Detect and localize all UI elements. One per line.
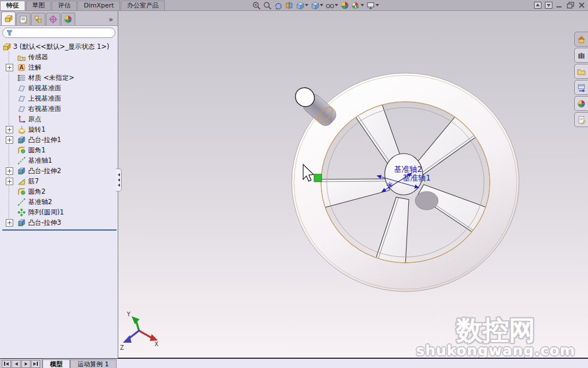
manager-tabstrip: »: [0, 11, 118, 26]
tree-item-origin[interactable]: 原点: [9, 114, 118, 124]
tree-filter[interactable]: [2, 28, 115, 38]
tab-features[interactable]: 特征: [0, 1, 25, 10]
edit-appearance-icon[interactable]: [340, 1, 350, 10]
tree-item-extrude2[interactable]: 凸台-拉伸2: [9, 166, 118, 176]
tree-item-material[interactable]: 材质 <未指定>: [9, 72, 118, 83]
apply-scene-icon[interactable]: [351, 1, 365, 10]
tree-item-right-plane[interactable]: 右视基准面: [9, 103, 118, 114]
dropdown-caret[interactable]: [305, 4, 308, 6]
dropdown-caret[interactable]: [376, 4, 379, 6]
design-library-icon: [577, 51, 586, 60]
expand-toggle[interactable]: [6, 64, 13, 71]
design-library-tab[interactable]: [574, 48, 588, 63]
filter-funnel-icon: [6, 30, 13, 36]
axis2-label[interactable]: 基准轴2: [394, 164, 422, 174]
view-orientation-icon[interactable]: [295, 1, 309, 10]
pattern-icon: [17, 208, 26, 217]
axis1-label[interactable]: 基准轴1: [403, 173, 431, 182]
graphics-viewport[interactable]: 基准轴2 基准轴1 Y X Z: [118, 11, 588, 358]
next-study-button[interactable]: [21, 360, 30, 368]
tree-item-circular-pattern1[interactable]: 阵列(圆周)1: [9, 207, 118, 217]
tree-item-fillet2[interactable]: 圆角2: [9, 186, 118, 197]
home-tab[interactable]: [574, 32, 588, 47]
material-icon: [17, 74, 26, 82]
tab-dimxpert[interactable]: DimXpert: [78, 1, 120, 10]
zoom-to-area-icon[interactable]: [262, 1, 272, 10]
last-study-button[interactable]: [31, 360, 40, 368]
tab-sketch[interactable]: 草图: [26, 1, 51, 10]
file-explorer-tab[interactable]: [574, 64, 588, 79]
shade-up-button[interactable]: [533, 2, 542, 9]
expand-toggle[interactable]: [6, 167, 13, 175]
minimize-button[interactable]: [555, 2, 564, 9]
feature-tree: 3 (默认<<默认>_显示状态 1>) 传感器 注解 材质 <未指定> 前视基准…: [0, 40, 118, 358]
part-icon: [2, 43, 11, 51]
tab-office-products[interactable]: 办公室产品: [121, 1, 165, 10]
tree-item-axis1[interactable]: 基准轴1: [9, 155, 118, 166]
tree-root[interactable]: 3 (默认<<默认>_显示状态 1>): [2, 41, 118, 52]
model-canvas: 基准轴2 基准轴1 Y X Z: [118, 11, 588, 358]
property-manager-tab[interactable]: [16, 13, 30, 25]
configuration-manager-tab[interactable]: [31, 13, 45, 25]
expand-toggle[interactable]: [6, 126, 13, 133]
zoom-in-icon[interactable]: [252, 1, 261, 10]
tree-item-top-plane[interactable]: 上视基准面: [9, 93, 118, 103]
expand-toggle[interactable]: [6, 219, 13, 227]
handwheel-model[interactable]: [291, 73, 519, 292]
tree-item-extrude3[interactable]: 凸台-拉伸3: [9, 217, 118, 228]
section-view-icon[interactable]: [284, 1, 294, 10]
triad-y-label: Y: [126, 311, 131, 317]
tree-item-axis2[interactable]: 基准轴2: [9, 197, 118, 207]
display-style-icon[interactable]: [310, 1, 324, 10]
custom-properties-tab[interactable]: [574, 112, 588, 127]
motion-study-tab[interactable]: 运动算例 1: [70, 359, 117, 368]
feature-manager-tab[interactable]: [1, 12, 16, 25]
hide-show-items-icon[interactable]: [325, 1, 339, 10]
triad-x-label: X: [154, 341, 158, 347]
tabstrip-overflow-button[interactable]: »: [109, 14, 113, 25]
reference-triad: Y X Z: [120, 311, 158, 351]
restore-button[interactable]: [566, 2, 575, 9]
previous-study-button[interactable]: [11, 360, 21, 368]
rib-icon: [17, 177, 26, 186]
first-study-button[interactable]: [2, 360, 11, 368]
view-palette-icon: [577, 83, 586, 92]
tab-evaluate[interactable]: 评估: [52, 1, 77, 10]
appearances-icon: [577, 99, 586, 108]
tree-item-fillet1[interactable]: 圆角1: [9, 145, 118, 155]
panel-collapse-handle[interactable]: [116, 168, 122, 191]
display-manager-tab[interactable]: [61, 13, 75, 25]
tree-item-annotations[interactable]: 注解: [9, 62, 118, 72]
tree-filter-input[interactable]: [15, 29, 111, 37]
rotate-view-icon[interactable]: [273, 1, 283, 10]
statusbar: 模型 运动算例 1: [0, 358, 588, 368]
tree-item-sensors[interactable]: 传感器: [9, 52, 118, 62]
revolve-icon: [17, 125, 26, 134]
extrude-icon: [17, 136, 26, 144]
dropdown-caret[interactable]: [320, 4, 323, 6]
home-icon: [577, 35, 586, 44]
selection-handle[interactable]: [314, 174, 322, 182]
fillet-icon: [17, 187, 26, 196]
shade-down-button[interactable]: [544, 2, 553, 9]
rollback-bar[interactable]: [2, 229, 117, 231]
tree-item-extrude1[interactable]: 凸台-拉伸1: [9, 135, 118, 145]
solidworks-window: 特征 草图 评估 DimXpert 办公室产品: [0, 0, 588, 368]
view-settings-icon[interactable]: [366, 1, 380, 10]
view-palette-tab[interactable]: [574, 80, 588, 95]
tree-item-front-plane[interactable]: 前视基准面: [9, 83, 118, 93]
model-tab[interactable]: 模型: [42, 359, 70, 368]
dropdown-caret[interactable]: [361, 4, 364, 6]
command-manager-tabs: 特征 草图 评估 DimXpert 办公室产品: [0, 0, 165, 10]
expand-toggle[interactable]: [6, 136, 13, 144]
plane-icon: [17, 105, 26, 113]
titlebar: 特征 草图 评估 DimXpert 办公室产品: [0, 0, 588, 11]
appearances-tab[interactable]: [574, 96, 588, 111]
tree-item-rib7[interactable]: 筋7: [9, 176, 118, 186]
expand-toggle[interactable]: [6, 178, 13, 185]
dimxpert-manager-tab[interactable]: [46, 13, 60, 25]
close-button[interactable]: [577, 2, 586, 9]
tree-item-revolve1[interactable]: 旋转1: [9, 124, 118, 135]
study-nav-buttons: [0, 359, 42, 368]
dropdown-caret[interactable]: [335, 4, 338, 6]
